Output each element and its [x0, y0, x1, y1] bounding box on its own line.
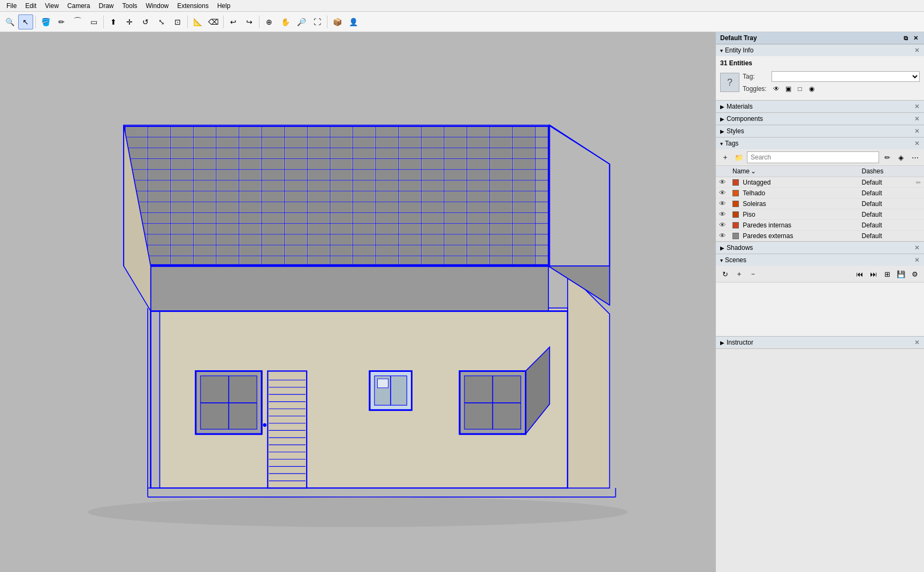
tool-zoom-in[interactable]: 🔎: [294, 14, 309, 29]
tool-rectangle[interactable]: ▭: [86, 14, 101, 29]
menu-view[interactable]: View: [41, 1, 63, 11]
tool-redo[interactable]: ↪: [242, 14, 257, 29]
menu-window[interactable]: Window: [142, 1, 173, 11]
scene-next-btn[interactable]: ⏭: [867, 268, 879, 280]
toggle-shadow[interactable]: ▣: [783, 84, 793, 94]
entity-info-section: ▾ Entity Info ✕ 31 Entities ? Tag:: [716, 44, 924, 101]
menu-tools[interactable]: Tools: [118, 1, 142, 11]
tool-undo[interactable]: ↩: [226, 14, 241, 29]
scene-add-btn[interactable]: ＋: [733, 268, 745, 280]
svg-rect-256: [468, 246, 488, 255]
th-name[interactable]: Name ⌄: [729, 166, 859, 177]
svg-rect-155: [217, 192, 238, 201]
entity-info-close[interactable]: ✕: [914, 47, 920, 54]
toggle-glue[interactable]: ◉: [807, 84, 816, 94]
tray-close-btn[interactable]: ✕: [912, 35, 920, 42]
tray-detach-btn[interactable]: ⧉: [902, 35, 910, 42]
materials-header[interactable]: ▶ Materials ✕: [716, 101, 924, 112]
tool-component[interactable]: 📦: [330, 14, 345, 29]
menu-edit[interactable]: Edit: [21, 1, 41, 11]
styles-header[interactable]: ▶ Styles ✕: [716, 125, 924, 137]
tool-pan[interactable]: ✋: [278, 14, 293, 29]
scenes-list: [716, 283, 924, 336]
tool-move[interactable]: ✛: [122, 14, 137, 29]
tool-zoom-fit[interactable]: ⛶: [310, 14, 325, 29]
menu-help[interactable]: Help: [213, 1, 235, 11]
toggle-visible[interactable]: 👁: [772, 84, 781, 94]
tag-visibility-icon[interactable]: 👁: [719, 232, 726, 240]
tag-color-swatch[interactable]: [732, 222, 739, 228]
svg-rect-246: [240, 246, 261, 255]
tool-scale[interactable]: ⤡: [154, 14, 169, 29]
tool-orbit[interactable]: ⊕: [262, 14, 277, 29]
tag-color-btn[interactable]: ◈: [895, 151, 907, 163]
tag-visibility-icon[interactable]: 👁: [719, 210, 726, 218]
menu-extensions[interactable]: Extensions: [173, 1, 213, 11]
tool-rotate[interactable]: ↺: [138, 14, 153, 29]
menu-file[interactable]: File: [2, 1, 21, 11]
scene-save-btn[interactable]: 💾: [895, 268, 907, 280]
tool-person[interactable]: 👤: [346, 14, 361, 29]
tool-offset[interactable]: ⊡: [170, 14, 185, 29]
tags-content: ＋ 📁 ✏ ◈ ⋯: [716, 149, 924, 241]
tool-zoom-extents[interactable]: 🔍: [2, 14, 17, 29]
tool-select[interactable]: ↖: [18, 14, 33, 29]
instructor-header[interactable]: ▶ Instructor ✕: [716, 337, 924, 348]
tag-color-swatch[interactable]: [732, 179, 739, 186]
tag-select[interactable]: [772, 71, 920, 82]
components-header[interactable]: ▶ Components ✕: [716, 113, 924, 125]
tag-color-swatch[interactable]: [732, 211, 739, 218]
tag-visibility-icon[interactable]: 👁: [719, 189, 726, 197]
tag-add-btn[interactable]: ＋: [719, 151, 731, 163]
svg-rect-121: [263, 170, 283, 180]
scene-grid-btn[interactable]: ⊞: [881, 268, 893, 280]
scenes-toolbar: ↻ ＋ － ⏮ ⏭ ⊞ 💾 ⚙: [716, 266, 924, 283]
scenes-close[interactable]: ✕: [914, 256, 920, 264]
tag-visibility-icon[interactable]: 👁: [719, 200, 726, 208]
shadows-title-row: ▶ Shadows: [720, 244, 753, 251]
tool-eraser[interactable]: ⌫: [206, 14, 221, 29]
svg-rect-210: [240, 224, 261, 234]
tag-search-input[interactable]: [747, 151, 879, 163]
tag-color-swatch[interactable]: [732, 233, 739, 239]
tag-folder-btn[interactable]: 📁: [733, 151, 745, 163]
tool-arc[interactable]: ⌒: [70, 14, 85, 29]
svg-rect-131: [491, 170, 511, 180]
tool-paint[interactable]: 🪣: [38, 14, 53, 29]
svg-rect-252: [377, 246, 397, 255]
shadows-header[interactable]: ▶ Shadows ✕: [716, 242, 924, 254]
instructor-close[interactable]: ✕: [914, 339, 920, 346]
svg-rect-54: [377, 127, 397, 136]
tags-header[interactable]: ▾ Tags ✕: [716, 138, 924, 149]
viewport[interactable]: [0, 32, 715, 572]
materials-close[interactable]: ✕: [914, 103, 920, 110]
tool-pencil[interactable]: ✏: [54, 14, 69, 29]
scene-options-btn[interactable]: ⚙: [909, 268, 921, 280]
scene-refresh-btn[interactable]: ↻: [719, 268, 731, 280]
components-close[interactable]: ✕: [914, 115, 920, 123]
scenes-header[interactable]: ▾ Scenes ✕: [716, 254, 924, 266]
tool-tape[interactable]: 📐: [190, 14, 205, 29]
entity-info-header[interactable]: ▾ Entity Info ✕: [716, 44, 924, 56]
styles-chevron: ▶: [720, 128, 724, 134]
tags-close[interactable]: ✕: [914, 140, 920, 147]
tag-more-btn[interactable]: ⋯: [909, 151, 921, 163]
scene-prev-btn[interactable]: ⏮: [853, 268, 865, 280]
styles-close[interactable]: ✕: [914, 127, 920, 135]
name-sort-btn[interactable]: Name ⌄: [732, 167, 856, 175]
tag-edit-icon[interactable]: ✏: [916, 179, 921, 186]
shadows-close[interactable]: ✕: [914, 244, 920, 251]
tag-color-swatch[interactable]: [732, 190, 739, 196]
scene-remove-btn[interactable]: －: [747, 268, 759, 280]
tag-visibility-icon[interactable]: 👁: [719, 178, 726, 186]
tag-color-swatch[interactable]: [732, 201, 739, 207]
tag-visibility-icon[interactable]: 👁: [719, 221, 726, 229]
svg-rect-69: [309, 138, 329, 147]
svg-rect-142: [331, 181, 352, 190]
tag-pencil-btn[interactable]: ✏: [881, 151, 893, 163]
tool-pushpull[interactable]: ⬆: [106, 14, 121, 29]
menu-draw[interactable]: Draw: [95, 1, 118, 11]
toggle-receive[interactable]: □: [795, 84, 805, 94]
svg-rect-214: [331, 224, 352, 234]
menu-camera[interactable]: Camera: [63, 1, 95, 11]
